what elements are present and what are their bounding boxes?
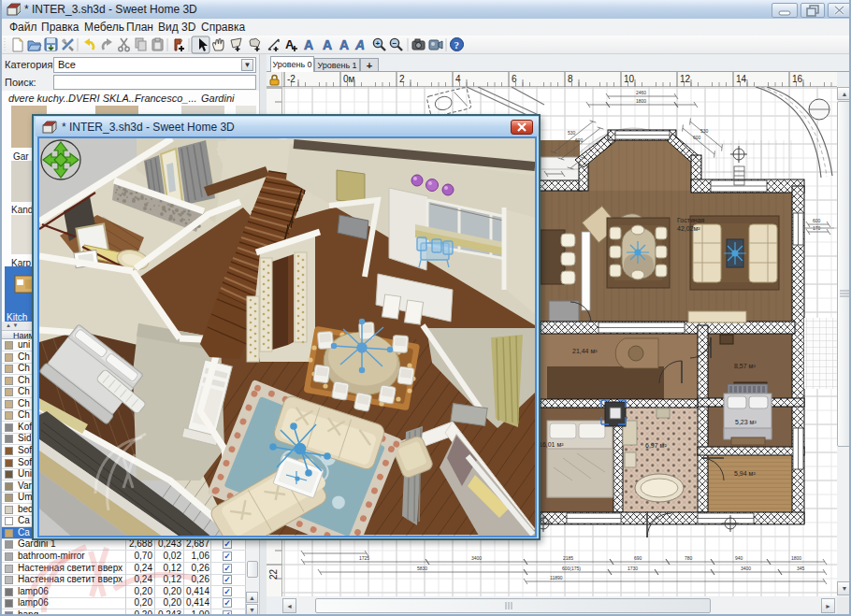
svg-text:1730: 1730 — [627, 566, 638, 571]
svg-text:3400: 3400 — [471, 555, 482, 561]
svg-text:21,44 м²: 21,44 м² — [572, 348, 598, 354]
svg-text:530: 530 — [700, 128, 709, 134]
svg-text:600(175): 600(175) — [562, 566, 581, 571]
svg-text:0м: 0м — [343, 74, 355, 84]
svg-text:A: A — [323, 37, 332, 52]
svg-text:3400: 3400 — [741, 566, 751, 571]
svg-text:?: ? — [454, 39, 460, 50]
svg-text:8,57 м²: 8,57 м² — [734, 363, 756, 369]
svg-text:690: 690 — [634, 555, 642, 561]
svg-text:Гостиная: Гостиная — [677, 217, 705, 223]
svg-text:A: A — [339, 37, 349, 52]
svg-text:780: 780 — [685, 555, 693, 561]
svg-text:345: 345 — [797, 566, 805, 571]
svg-text:5,23 м²: 5,23 м² — [735, 419, 757, 425]
svg-text:−: − — [392, 39, 397, 48]
svg-text:2460: 2460 — [636, 90, 646, 95]
svg-text:14: 14 — [736, 74, 747, 84]
svg-text:A: A — [354, 37, 365, 52]
svg-text:5,94 м²: 5,94 м² — [734, 470, 756, 477]
svg-text:940: 940 — [735, 555, 743, 561]
svg-text:12: 12 — [680, 74, 691, 84]
svg-text:6,97 м²: 6,97 м² — [645, 442, 667, 449]
svg-text:600: 600 — [693, 135, 701, 140]
svg-text:11890: 11890 — [550, 575, 563, 580]
svg-text:16: 16 — [792, 74, 803, 84]
svg-text:10: 10 — [624, 74, 635, 84]
svg-text:1800: 1800 — [636, 98, 646, 104]
svg-text:2185: 2185 — [563, 555, 573, 561]
svg-text:6: 6 — [512, 74, 517, 84]
svg-text:2: 2 — [399, 74, 405, 84]
svg-text:5830: 5830 — [417, 566, 427, 571]
svg-text:600: 600 — [575, 137, 584, 143]
svg-text:530: 530 — [568, 130, 576, 136]
svg-text:1800: 1800 — [791, 555, 801, 561]
svg-text:600: 600 — [813, 218, 821, 223]
svg-text:8: 8 — [568, 74, 573, 84]
svg-text:42,02м²: 42,02м² — [677, 225, 700, 232]
svg-text:16,01 м²: 16,01 м² — [539, 441, 564, 448]
svg-text:+: + — [375, 39, 380, 48]
svg-text:22: 22 — [268, 568, 279, 580]
svg-text:A: A — [304, 37, 313, 52]
svg-text:4: 4 — [455, 74, 461, 84]
